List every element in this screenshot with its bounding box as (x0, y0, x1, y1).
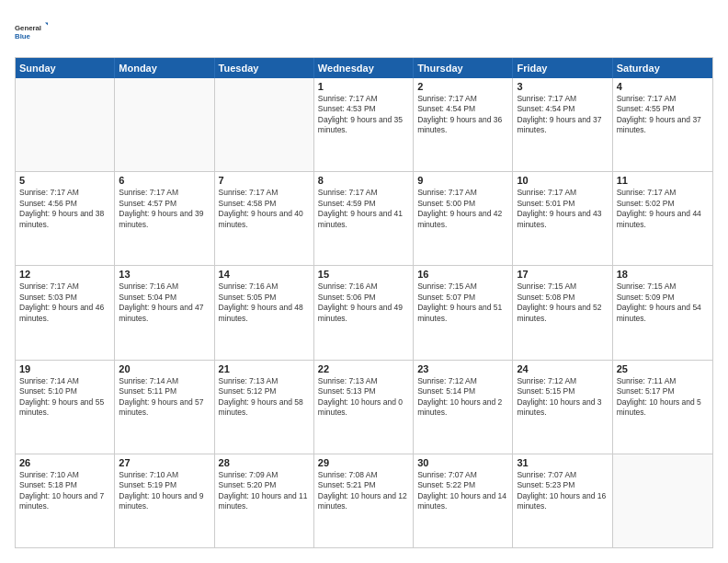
day-header-wednesday: Wednesday (314, 58, 414, 78)
day-details: Sunrise: 7:16 AM Sunset: 5:06 PM Dayligh… (318, 282, 409, 324)
day-details: Sunrise: 7:17 AM Sunset: 5:01 PM Dayligh… (517, 188, 608, 230)
day-cell-14: 14Sunrise: 7:16 AM Sunset: 5:05 PM Dayli… (215, 266, 314, 359)
empty-cell (16, 78, 115, 171)
day-number: 27 (119, 457, 210, 468)
day-cell-19: 19Sunrise: 7:14 AM Sunset: 5:10 PM Dayli… (16, 361, 115, 454)
day-cell-25: 25Sunrise: 7:11 AM Sunset: 5:17 PM Dayli… (613, 361, 712, 454)
day-details: Sunrise: 7:12 AM Sunset: 5:14 PM Dayligh… (417, 376, 508, 419)
day-cell-12: 12Sunrise: 7:17 AM Sunset: 5:03 PM Dayli… (16, 266, 115, 359)
day-cell-21: 21Sunrise: 7:13 AM Sunset: 5:12 PM Dayli… (215, 361, 314, 454)
day-number: 14 (219, 269, 310, 280)
day-cell-31: 31Sunrise: 7:07 AM Sunset: 5:23 PM Dayli… (513, 454, 612, 547)
day-cell-10: 10Sunrise: 7:17 AM Sunset: 5:01 PM Dayli… (513, 172, 612, 265)
day-details: Sunrise: 7:15 AM Sunset: 5:07 PM Dayligh… (417, 282, 508, 324)
day-number: 16 (417, 269, 508, 280)
day-number: 11 (617, 175, 709, 186)
day-details: Sunrise: 7:17 AM Sunset: 4:53 PM Dayligh… (318, 94, 409, 136)
svg-text:General: General (15, 24, 41, 32)
day-cell-17: 17Sunrise: 7:15 AM Sunset: 5:08 PM Dayli… (513, 266, 612, 359)
day-cell-26: 26Sunrise: 7:10 AM Sunset: 5:18 PM Dayli… (16, 454, 115, 547)
day-number: 19 (19, 363, 110, 374)
day-number: 12 (19, 269, 110, 280)
day-cell-18: 18Sunrise: 7:15 AM Sunset: 5:09 PM Dayli… (613, 266, 712, 359)
day-number: 23 (417, 363, 508, 374)
day-cell-1: 1Sunrise: 7:17 AM Sunset: 4:53 PM Daylig… (314, 78, 414, 171)
day-cell-6: 6Sunrise: 7:17 AM Sunset: 4:57 PM Daylig… (115, 172, 214, 265)
day-details: Sunrise: 7:07 AM Sunset: 5:23 PM Dayligh… (517, 470, 608, 512)
day-number: 13 (119, 269, 210, 280)
empty-cell (215, 78, 314, 171)
day-details: Sunrise: 7:17 AM Sunset: 4:54 PM Dayligh… (417, 94, 508, 136)
day-number: 4 (617, 81, 709, 92)
day-details: Sunrise: 7:14 AM Sunset: 5:10 PM Dayligh… (19, 376, 110, 419)
day-details: Sunrise: 7:09 AM Sunset: 5:20 PM Dayligh… (219, 470, 310, 512)
week-row-1: 1Sunrise: 7:17 AM Sunset: 4:53 PM Daylig… (16, 78, 712, 172)
day-number: 26 (19, 457, 110, 468)
day-details: Sunrise: 7:14 AM Sunset: 5:11 PM Dayligh… (119, 376, 210, 419)
day-cell-7: 7Sunrise: 7:17 AM Sunset: 4:58 PM Daylig… (215, 172, 314, 265)
day-details: Sunrise: 7:17 AM Sunset: 5:03 PM Dayligh… (19, 282, 110, 324)
day-number: 28 (219, 457, 310, 468)
day-number: 24 (517, 363, 608, 374)
day-number: 25 (617, 363, 709, 374)
week-row-5: 26Sunrise: 7:10 AM Sunset: 5:18 PM Dayli… (16, 454, 712, 547)
day-details: Sunrise: 7:10 AM Sunset: 5:19 PM Dayligh… (119, 470, 210, 512)
day-details: Sunrise: 7:08 AM Sunset: 5:21 PM Dayligh… (318, 470, 409, 512)
day-number: 9 (417, 175, 508, 186)
day-details: Sunrise: 7:17 AM Sunset: 4:54 PM Dayligh… (517, 94, 608, 136)
week-row-2: 5Sunrise: 7:17 AM Sunset: 4:56 PM Daylig… (16, 172, 712, 266)
day-number: 8 (318, 175, 409, 186)
svg-marker-2 (45, 22, 48, 27)
svg-text:Blue: Blue (15, 32, 31, 40)
day-number: 21 (219, 363, 310, 374)
day-details: Sunrise: 7:17 AM Sunset: 4:58 PM Dayligh… (219, 188, 310, 230)
day-details: Sunrise: 7:15 AM Sunset: 5:09 PM Dayligh… (617, 282, 709, 324)
day-number: 30 (417, 457, 508, 468)
day-details: Sunrise: 7:17 AM Sunset: 5:02 PM Dayligh… (617, 188, 709, 230)
day-number: 31 (517, 457, 608, 468)
day-details: Sunrise: 7:07 AM Sunset: 5:22 PM Dayligh… (417, 470, 508, 512)
day-number: 5 (19, 175, 110, 186)
day-cell-28: 28Sunrise: 7:09 AM Sunset: 5:20 PM Dayli… (215, 454, 314, 547)
day-cell-4: 4Sunrise: 7:17 AM Sunset: 4:55 PM Daylig… (613, 78, 712, 171)
day-cell-9: 9Sunrise: 7:17 AM Sunset: 5:00 PM Daylig… (414, 172, 513, 265)
day-cell-22: 22Sunrise: 7:13 AM Sunset: 5:13 PM Dayli… (314, 361, 414, 454)
day-number: 22 (318, 363, 409, 374)
header: General Blue (15, 15, 713, 48)
day-details: Sunrise: 7:17 AM Sunset: 5:00 PM Dayligh… (417, 188, 508, 230)
logo: General Blue (15, 15, 48, 48)
day-cell-27: 27Sunrise: 7:10 AM Sunset: 5:19 PM Dayli… (115, 454, 214, 547)
day-header-thursday: Thursday (414, 58, 513, 78)
day-cell-5: 5Sunrise: 7:17 AM Sunset: 4:56 PM Daylig… (16, 172, 115, 265)
day-details: Sunrise: 7:17 AM Sunset: 4:55 PM Dayligh… (617, 94, 709, 136)
page: General Blue SundayMondayTuesdayWednesda… (0, 0, 728, 563)
day-cell-29: 29Sunrise: 7:08 AM Sunset: 5:21 PM Dayli… (314, 454, 414, 547)
day-cell-20: 20Sunrise: 7:14 AM Sunset: 5:11 PM Dayli… (115, 361, 214, 454)
day-number: 7 (219, 175, 310, 186)
week-row-3: 12Sunrise: 7:17 AM Sunset: 5:03 PM Dayli… (16, 266, 712, 360)
day-number: 20 (119, 363, 210, 374)
logo-svg: General Blue (15, 15, 48, 48)
day-cell-23: 23Sunrise: 7:12 AM Sunset: 5:14 PM Dayli… (414, 361, 513, 454)
day-details: Sunrise: 7:16 AM Sunset: 5:04 PM Dayligh… (119, 282, 210, 324)
day-header-saturday: Saturday (613, 58, 712, 78)
day-cell-15: 15Sunrise: 7:16 AM Sunset: 5:06 PM Dayli… (314, 266, 414, 359)
day-number: 15 (318, 269, 409, 280)
day-details: Sunrise: 7:10 AM Sunset: 5:18 PM Dayligh… (19, 470, 110, 512)
day-number: 2 (417, 81, 508, 92)
day-number: 6 (119, 175, 210, 186)
day-cell-24: 24Sunrise: 7:12 AM Sunset: 5:15 PM Dayli… (513, 361, 612, 454)
day-cell-30: 30Sunrise: 7:07 AM Sunset: 5:22 PM Dayli… (414, 454, 513, 547)
day-details: Sunrise: 7:17 AM Sunset: 4:56 PM Dayligh… (19, 188, 110, 230)
day-details: Sunrise: 7:17 AM Sunset: 4:57 PM Dayligh… (119, 188, 210, 230)
day-header-tuesday: Tuesday (215, 58, 314, 78)
empty-cell (115, 78, 214, 171)
day-details: Sunrise: 7:11 AM Sunset: 5:17 PM Dayligh… (617, 376, 709, 419)
day-cell-2: 2Sunrise: 7:17 AM Sunset: 4:54 PM Daylig… (414, 78, 513, 171)
week-row-4: 19Sunrise: 7:14 AM Sunset: 5:10 PM Dayli… (16, 361, 712, 454)
day-cell-8: 8Sunrise: 7:17 AM Sunset: 4:59 PM Daylig… (314, 172, 414, 265)
day-number: 17 (517, 269, 608, 280)
empty-cell (613, 454, 712, 547)
calendar-header: SundayMondayTuesdayWednesdayThursdayFrid… (16, 58, 712, 78)
day-details: Sunrise: 7:17 AM Sunset: 4:59 PM Dayligh… (318, 188, 409, 230)
